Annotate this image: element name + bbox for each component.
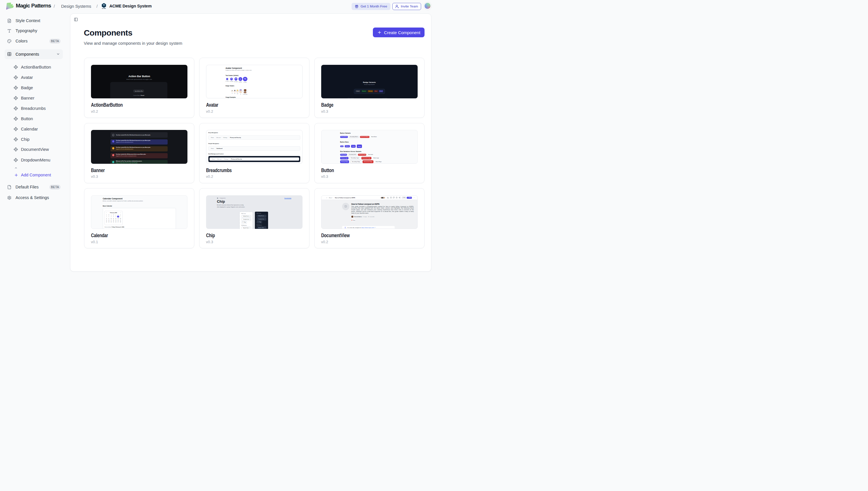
svg-text:ACME: ACME <box>102 8 106 9</box>
